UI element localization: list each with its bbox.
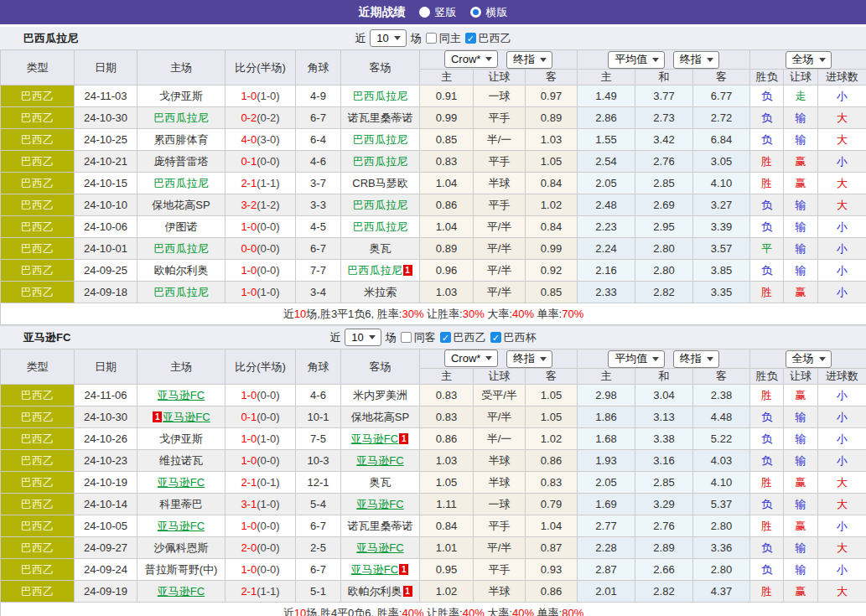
home-team-cell: 沙佩科恩斯 <box>137 537 226 559</box>
filter-option[interactable]: ✓巴西乙 <box>465 31 511 46</box>
team-link[interactable]: 亚马逊FC <box>356 541 403 554</box>
odds-time-select[interactable]: 终指 <box>506 350 552 368</box>
odds-time-select-2[interactable]: 终指 <box>673 350 719 368</box>
scope-select-value: 全场 <box>792 52 814 67</box>
team-name: 巴西瓜拉尼 <box>23 31 78 46</box>
handicap-odds-cell: 一球 <box>474 85 526 107</box>
odds-time-select-2[interactable]: 终指 <box>673 51 719 69</box>
results-header-bar: 近期战绩 竖版 横版 <box>0 0 866 24</box>
team-link[interactable]: 巴西瓜拉尼 <box>353 220 407 233</box>
team-link[interactable]: 亚马逊FC <box>158 585 205 598</box>
result-cell: 胜 <box>750 151 784 173</box>
filter-option[interactable]: 同主 <box>426 31 461 46</box>
checkbox-checked-icon[interactable]: ✓ <box>490 332 501 343</box>
result-cell: 负 <box>750 107 784 129</box>
league-cell: 巴西乙 <box>1 428 75 450</box>
average-select[interactable]: 平均值 <box>608 51 665 69</box>
league-cell: 巴西乙 <box>1 260 75 282</box>
handicap-odds-cell: 0.89 <box>526 107 578 129</box>
team-link[interactable]: 亚马逊FC <box>158 389 205 401</box>
home-team-cell: 普拉斯哥野(中) <box>137 559 226 581</box>
col-handicap-line: 让球 <box>474 369 526 385</box>
average-odds-cell: 2.82 <box>635 282 693 303</box>
checkbox-checked-icon[interactable]: ✓ <box>465 33 476 44</box>
filter-option[interactable]: ✓巴西杯 <box>490 330 537 345</box>
team-label: 欧帕尔利奥 <box>154 264 209 277</box>
score-cell: 1-0(0-0) <box>226 559 296 581</box>
checkbox-unchecked-icon[interactable] <box>426 33 437 44</box>
team-link[interactable]: 亚马逊FC <box>351 432 398 445</box>
average-odds-cell: 3.27 <box>693 194 750 216</box>
team-link[interactable]: 巴西瓜拉尼 <box>353 155 407 168</box>
radio-vertical-icon[interactable] <box>419 7 430 18</box>
corner-cell: 12-1 <box>296 472 341 494</box>
handicap-odds-cell: 0.86 <box>526 450 578 472</box>
radio-horizontal-icon[interactable] <box>470 7 481 18</box>
scope-select[interactable]: 全场 <box>786 350 832 368</box>
filter-option[interactable]: ✓巴西乙 <box>440 330 486 345</box>
chevron-down-icon <box>652 58 659 62</box>
team-link[interactable]: 亚马逊FC <box>163 411 210 423</box>
layout-option-horizontal[interactable]: 横版 <box>470 5 508 20</box>
team-link[interactable]: 亚马逊FC <box>351 563 398 576</box>
average-odds-cell: 2.73 <box>635 107 693 129</box>
away-team-cell: 亚马逊FC1 <box>341 559 420 581</box>
result-cell: 输 <box>784 494 818 515</box>
result-cell: 大 <box>818 129 866 151</box>
halftime-score: (0-0) <box>257 563 279 576</box>
score-cell: 2-1(0-1) <box>226 472 296 494</box>
fulltime-score: 1-0 <box>241 454 257 467</box>
result-cell: 胜 <box>750 515 784 537</box>
col-winlose: 胜负 <box>750 70 784 85</box>
checkbox-checked-icon[interactable]: ✓ <box>440 332 451 343</box>
recent-count-select[interactable]: 10 <box>370 29 406 47</box>
recent-count-select[interactable]: 10 <box>345 329 381 346</box>
team-link[interactable]: 巴西瓜拉尼 <box>353 90 407 102</box>
layout-option-vertical[interactable]: 竖版 <box>419 5 457 20</box>
halftime-score: (0-0) <box>257 220 279 233</box>
team-link[interactable]: 巴西瓜拉尼 <box>154 177 209 189</box>
filter-option[interactable]: 同客 <box>401 330 436 345</box>
col-goals: 进球数 <box>818 369 866 385</box>
halftime-score: (1-0) <box>257 498 279 510</box>
result-cell: 大 <box>818 581 866 603</box>
odds-time-select-value: 终指 <box>513 351 535 366</box>
corner-cell: 4-6 <box>296 385 341 406</box>
summary-text: 场,胜4平0负6, 胜率: <box>306 607 402 616</box>
home-team-cell: 亚马逊FC <box>137 515 226 537</box>
team-link[interactable]: 巴西瓜拉尼 <box>154 286 209 298</box>
result-cell: 小 <box>818 282 866 303</box>
section-band: 亚马逊FC 近10场同客✓巴西乙✓巴西杯 <box>0 325 866 349</box>
average-select[interactable]: 平均值 <box>608 350 665 368</box>
col-avg-home: 主 <box>578 369 635 385</box>
table-row: 巴西乙24-09-18巴西瓜拉尼1-0(1-0)3-4米拉索1.03平/半0.8… <box>1 282 866 303</box>
average-odds-cell: 4.37 <box>693 581 750 603</box>
checkbox-unchecked-icon[interactable] <box>401 332 412 343</box>
scope-select[interactable]: 全场 <box>786 51 832 69</box>
matches-table: 类型 日期 主场 比分(半场) 角球 客场 Crow* 终指 平均值 终指 <box>0 349 866 616</box>
home-team-cell: 庞特普雷塔 <box>137 151 226 173</box>
team-link[interactable]: 巴西瓜拉尼 <box>348 264 402 277</box>
team-link[interactable]: 巴西瓜拉尼 <box>154 111 209 124</box>
odds-time-select[interactable]: 终指 <box>506 51 552 69</box>
handicap-odds-cell: 0.84 <box>526 173 578 194</box>
chevron-down-icon <box>369 335 376 339</box>
date-cell: 24-10-26 <box>75 428 137 450</box>
team-link[interactable]: 亚马逊FC <box>158 476 205 489</box>
bookmaker-select[interactable]: Crow* <box>444 50 498 68</box>
team-link[interactable]: 亚马逊FC <box>356 454 403 467</box>
average-odds-cell: 2.82 <box>635 581 693 603</box>
average-odds-cell: 4.10 <box>693 472 750 494</box>
col-corner: 角球 <box>296 349 341 385</box>
col-goals: 进球数 <box>818 70 866 85</box>
team-link[interactable]: 巴西瓜拉尼 <box>353 199 407 211</box>
radio-horizontal-label: 横版 <box>486 5 508 20</box>
handicap-odds-cell: 0.89 <box>420 238 474 260</box>
bookmaker-select[interactable]: Crow* <box>444 349 498 367</box>
team-link[interactable]: 巴西瓜拉尼 <box>154 242 209 255</box>
team-link[interactable]: 亚马逊FC <box>158 520 205 532</box>
corner-cell: 3-7 <box>296 173 341 194</box>
team-link[interactable]: 亚马逊FC <box>356 498 403 510</box>
team-link[interactable]: 巴西瓜拉尼 <box>353 133 407 146</box>
league-cell: 巴西乙 <box>1 238 75 260</box>
